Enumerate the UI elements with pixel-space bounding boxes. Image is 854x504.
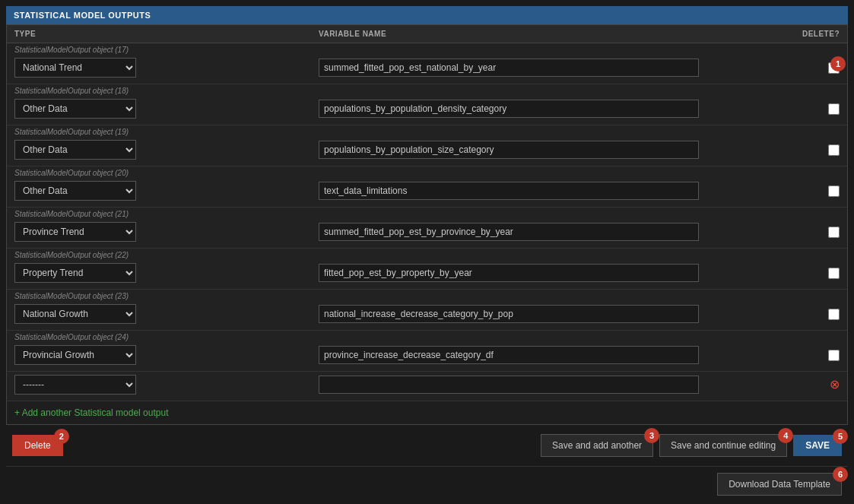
row-24-variable-cell xyxy=(319,346,771,364)
row-23-label: StatisticalModelOutput object (23) xyxy=(7,290,847,301)
row-17-type-select[interactable]: National Trend Other Data Province Trend… xyxy=(14,58,136,78)
row-20-delete-cell xyxy=(779,185,840,197)
empty-variable-input[interactable] xyxy=(319,376,699,394)
row-20-content: National Trend Other Data Province Trend… xyxy=(7,178,847,207)
section-title: STATISTICAL MODEL OUTPUTS xyxy=(14,11,151,20)
row-24-type-cell: National Trend Other Data Province Trend… xyxy=(14,345,311,365)
row-22-content: National Trend Other Data Province Trend… xyxy=(7,260,847,289)
row-22-variable-cell xyxy=(319,264,771,282)
row-17-delete-cell: 1 xyxy=(779,62,840,74)
save-add-button[interactable]: Save and add another xyxy=(541,434,653,457)
row-24-delete-cell xyxy=(779,350,840,361)
row-20-type-cell: National Trend Other Data Province Trend… xyxy=(14,181,311,201)
row-22: StatisticalModelOutput object (22) Natio… xyxy=(7,249,847,290)
row-18-type-cell: National Trend Other Data Province Trend… xyxy=(14,99,311,119)
row-19-label: StatisticalModelOutput object (19) xyxy=(7,125,847,137)
save-add-badge: 3 xyxy=(644,428,659,443)
row-20: StatisticalModelOutput object (20) Natio… xyxy=(7,166,847,208)
row-23-type-cell: National Trend Other Data Province Trend… xyxy=(14,304,311,324)
row-24-variable-input[interactable] xyxy=(319,346,699,364)
variable-column-header: VARIABLE NAME xyxy=(319,30,771,38)
save-badge: 5 xyxy=(833,429,848,444)
row-19-type-select[interactable]: National Trend Other Data Province Trend… xyxy=(14,140,136,160)
row-17-delete-wrapper: 1 xyxy=(828,62,840,74)
download-template-button[interactable]: Download Data Template xyxy=(717,473,842,496)
row-19: StatisticalModelOutput object (19) Natio… xyxy=(7,125,847,166)
row-18-delete-checkbox[interactable] xyxy=(828,103,840,115)
row-21-variable-cell xyxy=(319,223,771,241)
row-18: StatisticalModelOutput object (18) Natio… xyxy=(7,84,847,125)
row-17-type-cell: National Trend Other Data Province Trend… xyxy=(14,58,311,78)
row-21-delete-cell xyxy=(779,227,840,238)
save-add-wrapper: Save and add another 3 xyxy=(541,434,653,457)
row-17-badge: 1 xyxy=(830,56,846,71)
row-23-variable-input[interactable] xyxy=(319,305,699,323)
row-18-delete-cell xyxy=(779,103,840,115)
row-24-label: StatisticalModelOutput object (24) xyxy=(7,331,847,342)
row-17: StatisticalModelOutput object (17) Natio… xyxy=(7,43,847,84)
footer-actions: Delete 2 Save and add another 3 Save and… xyxy=(6,425,848,466)
row-18-variable-cell xyxy=(319,100,771,118)
save-continue-button[interactable]: Save and continue editing xyxy=(659,434,787,457)
row-23-delete-checkbox[interactable] xyxy=(828,309,840,320)
row-17-variable-cell xyxy=(319,59,771,77)
row-21: StatisticalModelOutput object (21) Natio… xyxy=(7,208,847,249)
save-wrapper: SAVE 5 xyxy=(793,435,842,456)
section-header: STATISTICAL MODEL OUTPUTS xyxy=(6,6,848,24)
row-24-type-select[interactable]: National Trend Other Data Province Trend… xyxy=(14,345,136,365)
footer-bottom: Download Data Template 6 xyxy=(6,466,848,502)
row-19-content: National Trend Other Data Province Trend… xyxy=(7,137,847,166)
download-wrapper: Download Data Template 6 xyxy=(717,473,842,496)
row-20-label: StatisticalModelOutput object (20) xyxy=(7,166,847,178)
row-20-variable-cell xyxy=(319,182,771,200)
empty-row-remove-button[interactable]: ⊗ xyxy=(830,379,840,391)
row-18-type-select[interactable]: National Trend Other Data Province Trend… xyxy=(14,99,136,119)
row-19-variable-input[interactable] xyxy=(319,141,699,159)
row-22-delete-checkbox[interactable] xyxy=(828,268,840,279)
download-badge: 6 xyxy=(833,467,848,482)
empty-variable-cell xyxy=(319,376,771,394)
row-21-content: National Trend Other Data Province Trend… xyxy=(7,219,847,248)
empty-delete-cell: ⊗ xyxy=(779,379,840,391)
row-21-delete-checkbox[interactable] xyxy=(828,227,840,238)
row-22-variable-input[interactable] xyxy=(319,264,699,282)
row-17-content: National Trend Other Data Province Trend… xyxy=(7,55,847,84)
row-22-type-cell: National Trend Other Data Province Trend… xyxy=(14,263,311,283)
empty-type-select[interactable]: National Trend Other Data Province Trend… xyxy=(14,375,136,395)
row-20-type-select[interactable]: National Trend Other Data Province Trend… xyxy=(14,181,136,201)
row-18-content: National Trend Other Data Province Trend… xyxy=(7,96,847,125)
row-24-delete-checkbox[interactable] xyxy=(828,350,840,361)
column-headers: TYPE VARIABLE NAME DELETE? xyxy=(7,25,847,43)
row-23-variable-cell xyxy=(319,305,771,323)
empty-type-cell: National Trend Other Data Province Trend… xyxy=(14,375,311,395)
add-row-section: + Add another Statistical model output xyxy=(7,401,847,424)
row-19-variable-cell xyxy=(319,141,771,159)
delete-button-badge: 2 xyxy=(54,429,69,444)
row-20-variable-input[interactable] xyxy=(319,182,699,200)
row-21-type-cell: National Trend Other Data Province Trend… xyxy=(14,222,311,242)
row-23-content: National Trend Other Data Province Trend… xyxy=(7,301,847,330)
save-continue-badge: 4 xyxy=(778,428,793,443)
row-21-variable-input[interactable] xyxy=(319,223,699,241)
row-23-delete-cell xyxy=(779,309,840,320)
row-18-variable-input[interactable] xyxy=(319,100,699,118)
empty-row-content: National Trend Other Data Province Trend… xyxy=(7,372,847,401)
page-container: STATISTICAL MODEL OUTPUTS TYPE VARIABLE … xyxy=(0,0,854,504)
row-20-delete-checkbox[interactable] xyxy=(828,185,840,197)
row-23: StatisticalModelOutput object (23) Natio… xyxy=(7,290,847,331)
delete-button-wrapper: Delete 2 xyxy=(12,435,63,456)
row-24: StatisticalModelOutput object (24) Natio… xyxy=(7,331,847,372)
model-outputs-table: TYPE VARIABLE NAME DELETE? StatisticalMo… xyxy=(6,24,848,425)
type-column-header: TYPE xyxy=(14,30,311,38)
row-22-label: StatisticalModelOutput object (22) xyxy=(7,249,847,260)
row-19-delete-checkbox[interactable] xyxy=(828,144,840,156)
row-22-type-select[interactable]: National Trend Other Data Province Trend… xyxy=(14,263,136,283)
add-another-link[interactable]: + Add another Statistical model output xyxy=(14,407,168,418)
empty-row: National Trend Other Data Province Trend… xyxy=(7,372,847,401)
row-17-variable-input[interactable] xyxy=(319,59,699,77)
row-17-label: StatisticalModelOutput object (17) xyxy=(7,43,847,55)
row-21-type-select[interactable]: National Trend Other Data Province Trend… xyxy=(14,222,136,242)
row-19-type-cell: National Trend Other Data Province Trend… xyxy=(14,140,311,160)
row-23-type-select[interactable]: National Trend Other Data Province Trend… xyxy=(14,304,136,324)
row-18-label: StatisticalModelOutput object (18) xyxy=(7,84,847,96)
